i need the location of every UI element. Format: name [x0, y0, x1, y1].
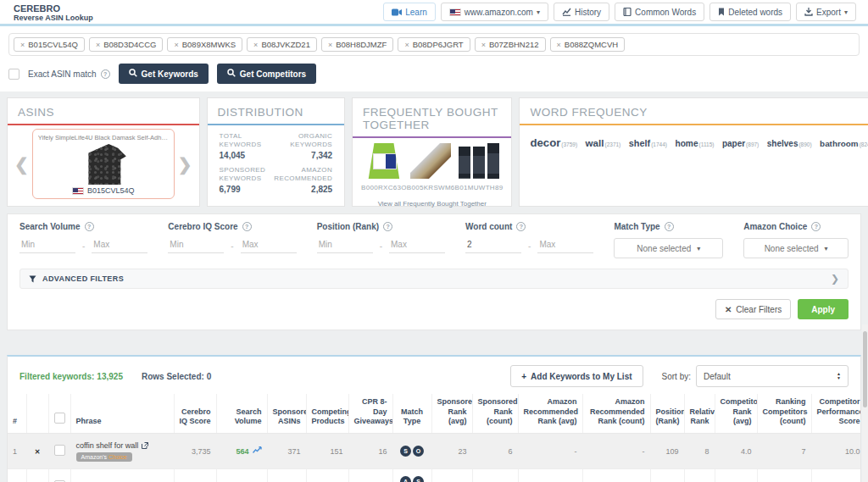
word-frequency-item[interactable]: paper(897)	[722, 135, 763, 149]
get-keywords-label: Get Keywords	[142, 69, 198, 79]
remove-keyword-button[interactable]: ✕	[35, 448, 41, 456]
carousel-prev-icon[interactable]: ❮	[11, 156, 32, 173]
word-frequency-item[interactable]: wall(2371)	[586, 135, 625, 149]
word-frequency-item[interactable]: shelf(1744)	[629, 135, 671, 149]
word-count-min-input[interactable]	[465, 238, 521, 253]
select-all-checkbox[interactable]	[54, 413, 65, 424]
scrollbar-thumb[interactable]	[863, 331, 867, 407]
asin-tag[interactable]: ×B07ZBHN212	[475, 37, 546, 52]
column-header-ranking_comp[interactable]: Ranking Competitors (count)	[757, 394, 811, 434]
remove-tag-icon[interactable]: ×	[328, 41, 332, 49]
asin-tag[interactable]: ×B08DP6JGRT	[398, 37, 470, 52]
sort-control: Sort by: Default ▲▼	[662, 365, 849, 387]
column-header-cpr[interactable]: CPR 8-Day Giveaways	[348, 394, 392, 434]
fbt-item[interactable]: B01MUWTH89	[455, 143, 504, 191]
word-label: bathroom	[820, 139, 859, 148]
remove-tag-icon[interactable]: ×	[404, 41, 409, 49]
word-frequency-item[interactable]: home(1115)	[675, 135, 717, 149]
asin-tag[interactable]: ×B08D3D4CCG	[89, 37, 164, 52]
info-icon[interactable]: ?	[665, 222, 674, 231]
info-icon[interactable]: ?	[242, 222, 252, 231]
position-rank-max-input[interactable]	[389, 238, 445, 253]
common-words-button[interactable]: Common Words	[615, 3, 704, 21]
get-competitors-button[interactable]: Get Competitors	[217, 64, 316, 84]
column-header-iq[interactable]: Cerebro IQ Score	[174, 394, 216, 434]
asin-product-card[interactable]: Yifely SimpleLife4U Black Damask Self-Ad…	[32, 129, 175, 199]
asin-tag[interactable]: ×B08JVKZD21	[247, 37, 317, 52]
column-header-competing[interactable]: Competing Products	[306, 394, 348, 434]
remove-tag-icon[interactable]: ×	[481, 41, 486, 49]
carousel-next-icon[interactable]: ❯	[175, 156, 196, 173]
asin-tag[interactable]: ×B08H8DJMZF	[321, 37, 393, 52]
word-frequency-item[interactable]: bathroom(824)	[820, 135, 868, 149]
advanced-filters-bar[interactable]: ADVANCED FILTERS ❯	[19, 269, 849, 289]
clear-filters-button[interactable]: ✕ Clear Filters	[715, 299, 791, 319]
column-header-cb[interactable]	[48, 394, 70, 434]
exact-asin-match-checkbox[interactable]	[8, 69, 19, 80]
fbt-product-image	[410, 143, 451, 179]
page-scrollbar[interactable]	[862, 324, 868, 482]
column-header-sp_rank_avg[interactable]: Sponsored Rank (avg)	[431, 394, 472, 434]
column-header-perf[interactable]: Competitor Performance Score	[811, 394, 861, 434]
fbt-view-all-link[interactable]: View all Frequently Bought Together	[353, 200, 511, 208]
remove-tag-icon[interactable]: ×	[174, 41, 178, 49]
history-button[interactable]: History	[554, 3, 609, 21]
asin-tag[interactable]: ×B088ZQMCVH	[550, 37, 626, 52]
column-header-amz_rec_avg[interactable]: Amazon Recommended Rank (avg)	[518, 394, 582, 434]
column-header-num[interactable]: #	[8, 394, 26, 434]
asin-tag[interactable]: ×B089X8MWKS	[167, 37, 242, 52]
word-frequency-item[interactable]: shelves(890)	[767, 135, 815, 149]
caret-down-icon: ▾	[825, 245, 828, 252]
export-button[interactable]: Export ▾	[796, 3, 856, 21]
asin-tags-box[interactable]: ×B015CVL54Q×B08D3D4CCG×B089X8MWKS×B08JVK…	[8, 33, 860, 56]
learn-button[interactable]: Learn	[383, 3, 436, 21]
sort-select[interactable]: Default ▲▼	[696, 365, 849, 387]
remove-tag-icon[interactable]: ×	[96, 41, 100, 49]
column-header-comp_rank_avg[interactable]: Competitor Rank (avg)	[715, 394, 757, 434]
apply-button[interactable]: Apply	[798, 299, 849, 319]
column-header-del[interactable]	[26, 394, 48, 434]
fbt-item[interactable]: B000RXC63O	[361, 143, 407, 191]
info-icon[interactable]: ?	[811, 222, 821, 231]
phrase-link[interactable]: coffin shelf for wall	[76, 441, 169, 450]
fbt-asin-label: B01MUWTH89	[455, 184, 504, 191]
column-header-phrase[interactable]: Phrase	[70, 394, 174, 434]
remove-tag-icon[interactable]: ×	[253, 41, 258, 49]
deleted-words-button[interactable]: Deleted words	[709, 3, 791, 21]
info-icon[interactable]: ?	[101, 69, 110, 79]
column-header-match[interactable]: Match Type	[392, 394, 431, 434]
cerebro-iq-score-min-input[interactable]	[168, 238, 224, 253]
search-volume-max-input[interactable]	[92, 238, 147, 253]
marketplace-selector[interactable]: www.amazon.com ▾	[441, 3, 548, 21]
column-header-sponsored_asins[interactable]: Sponsored ASINs	[267, 394, 306, 434]
distribution-stats: TOTAL KEYWORDS14,045ORGANIC KEYWORDS7,34…	[208, 125, 345, 201]
advanced-filters-label: ADVANCED FILTERS	[42, 274, 825, 283]
column-header-relative[interactable]: Relative Rank	[684, 394, 715, 434]
get-keywords-button[interactable]: Get Keywords	[119, 64, 209, 84]
fbt-item[interactable]: B005KRSWM6	[407, 143, 455, 191]
add-keywords-button[interactable]: + Add Keywords to My List	[510, 365, 643, 387]
remove-tag-icon[interactable]: ×	[557, 41, 561, 49]
asin-tag[interactable]: ×B015CVL54Q	[14, 37, 85, 52]
remove-tag-icon[interactable]: ×	[20, 41, 25, 49]
search-volume-min-input[interactable]	[19, 238, 75, 253]
search-actions-row: Exact ASIN match ? Get Keywords Get Comp…	[8, 64, 860, 84]
stat-label: ORGANIC KEYWORDS	[274, 132, 332, 150]
column-header-sp_rank_count[interactable]: Sponsored Rank (count)	[472, 394, 518, 434]
cerebro-iq-score-max-input[interactable]	[241, 238, 297, 253]
summary-panels: ASINS ❮ Yifely SimpleLife4U Black Damask…	[7, 97, 861, 207]
column-header-sv[interactable]: Search Volume	[216, 394, 267, 434]
position-rank-min-input[interactable]	[317, 238, 373, 253]
word-frequency-item[interactable]: decor(3759)	[530, 135, 581, 149]
info-icon[interactable]: ?	[85, 222, 94, 231]
column-header-position[interactable]: Position (Rank)	[650, 394, 684, 434]
match-type-dropdown[interactable]: None selected▾	[614, 238, 723, 258]
info-icon[interactable]: ?	[516, 222, 526, 231]
word-count-max-input[interactable]	[537, 238, 593, 253]
filter-cerebro-iq-score: Cerebro IQ Score?-	[168, 222, 296, 258]
row-checkbox[interactable]	[54, 445, 65, 456]
column-header-amz_rec_count[interactable]: Amazon Recommended Rank (count)	[582, 394, 650, 434]
amazon-choice-dropdown[interactable]: None selected▾	[743, 238, 849, 258]
info-icon[interactable]: ?	[383, 222, 392, 231]
filter-label: Word count?	[465, 222, 593, 231]
